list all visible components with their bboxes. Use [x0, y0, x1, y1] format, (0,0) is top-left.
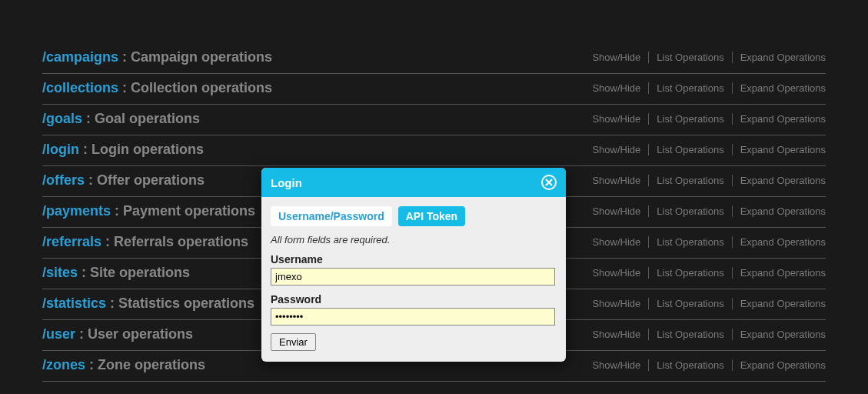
- endpoint-desc: : Offer operations: [85, 172, 205, 188]
- close-icon[interactable]: [541, 175, 557, 190]
- endpoint-actions: Show/HideList OperationsExpand Operation…: [584, 113, 826, 125]
- show-hide-link[interactable]: Show/Hide: [584, 52, 649, 63]
- show-hide-link[interactable]: Show/Hide: [584, 82, 649, 94]
- endpoint-path: /sites: [42, 265, 78, 280]
- expand-operations-link[interactable]: Expand Operations: [733, 144, 826, 155]
- endpoint-desc: : Campaign operations: [118, 49, 272, 65]
- endpoint-desc: : Zone operations: [85, 357, 205, 372]
- list-operations-link[interactable]: List Operations: [649, 298, 732, 309]
- list-operations-link[interactable]: List Operations: [649, 52, 732, 63]
- endpoint-row: /goals : Goal operationsShow/HideList Op…: [42, 105, 826, 135]
- endpoint-actions: Show/HideList OperationsExpand Operation…: [584, 298, 826, 309]
- endpoint-desc: : Statistics operations: [106, 296, 254, 311]
- endpoint-title[interactable]: /payments : Payment operations: [42, 203, 255, 219]
- endpoint-row: /collections : Collection operationsShow…: [42, 74, 826, 105]
- expand-operations-link[interactable]: Expand Operations: [733, 175, 826, 186]
- list-operations-link[interactable]: List Operations: [649, 267, 732, 279]
- endpoint-path: /offers: [42, 172, 85, 188]
- show-hide-link[interactable]: Show/Hide: [584, 205, 649, 217]
- list-operations-link[interactable]: List Operations: [649, 144, 732, 155]
- endpoint-actions: Show/HideList OperationsExpand Operation…: [584, 175, 826, 186]
- endpoint-title[interactable]: /offers : Offer operations: [42, 172, 205, 189]
- endpoint-actions: Show/HideList OperationsExpand Operation…: [584, 52, 826, 63]
- show-hide-link[interactable]: Show/Hide: [584, 329, 649, 340]
- list-operations-link[interactable]: List Operations: [649, 359, 732, 371]
- endpoint-actions: Show/HideList OperationsExpand Operation…: [584, 359, 826, 371]
- list-operations-link[interactable]: List Operations: [649, 329, 732, 340]
- endpoint-desc: : Goal operations: [82, 111, 200, 126]
- endpoint-path: /zones: [42, 357, 85, 372]
- show-hide-link[interactable]: Show/Hide: [584, 144, 649, 155]
- password-input[interactable]: [271, 308, 555, 326]
- endpoint-path: /goals: [42, 111, 82, 126]
- endpoint-path: /user: [42, 326, 75, 342]
- endpoint-path: /referrals: [42, 234, 101, 249]
- endpoint-actions: Show/HideList OperationsExpand Operation…: [584, 205, 826, 217]
- show-hide-link[interactable]: Show/Hide: [584, 359, 649, 371]
- modal-header: Login: [261, 168, 566, 197]
- endpoint-desc: : Site operations: [78, 265, 190, 280]
- expand-operations-link[interactable]: Expand Operations: [733, 205, 826, 217]
- list-operations-link[interactable]: List Operations: [649, 82, 732, 94]
- form-hint: All form fields are required.: [271, 234, 557, 245]
- password-label: Password: [271, 293, 557, 306]
- endpoint-desc: : Payment operations: [111, 203, 255, 219]
- endpoint-row: /login : Login operationsShow/HideList O…: [42, 135, 826, 166]
- modal-body: Username/Password API Token All form fie…: [261, 197, 566, 362]
- show-hide-link[interactable]: Show/Hide: [584, 175, 649, 186]
- endpoint-actions: Show/HideList OperationsExpand Operation…: [584, 329, 826, 340]
- submit-button[interactable]: Enviar: [271, 333, 316, 351]
- endpoint-title[interactable]: /goals : Goal operations: [42, 111, 200, 127]
- endpoint-path: /collections: [42, 80, 118, 95]
- endpoint-title[interactable]: /campaigns : Campaign operations: [42, 49, 272, 65]
- endpoint-path: /statistics: [42, 296, 106, 311]
- tab-api-token[interactable]: API Token: [398, 206, 465, 226]
- endpoint-actions: Show/HideList OperationsExpand Operation…: [584, 82, 826, 94]
- show-hide-link[interactable]: Show/Hide: [584, 298, 649, 309]
- endpoint-title[interactable]: /statistics : Statistics operations: [42, 296, 254, 312]
- expand-operations-link[interactable]: Expand Operations: [733, 52, 826, 63]
- list-operations-link[interactable]: List Operations: [649, 205, 732, 217]
- expand-operations-link[interactable]: Expand Operations: [733, 113, 826, 125]
- expand-operations-link[interactable]: Expand Operations: [733, 298, 826, 309]
- modal-title: Login: [271, 176, 302, 189]
- endpoint-title[interactable]: /referrals : Referrals operations: [42, 234, 248, 250]
- show-hide-link[interactable]: Show/Hide: [584, 267, 649, 279]
- endpoint-title[interactable]: /user : User operations: [42, 326, 193, 342]
- endpoint-title[interactable]: /sites : Site operations: [42, 265, 190, 281]
- tabs: Username/Password API Token: [271, 206, 557, 226]
- show-hide-link[interactable]: Show/Hide: [584, 113, 649, 125]
- endpoint-path: /campaigns: [42, 49, 118, 65]
- username-label: Username: [271, 253, 557, 265]
- endpoint-actions: Show/HideList OperationsExpand Operation…: [584, 144, 826, 155]
- endpoint-row: /campaigns : Campaign operationsShow/Hid…: [42, 43, 826, 74]
- endpoint-path: /login: [42, 142, 79, 157]
- endpoint-title[interactable]: /login : Login operations: [42, 142, 204, 158]
- endpoint-desc: : User operations: [75, 326, 193, 342]
- list-operations-link[interactable]: List Operations: [649, 113, 732, 125]
- endpoint-desc: : Collection operations: [118, 80, 272, 95]
- endpoint-actions: Show/HideList OperationsExpand Operation…: [584, 267, 826, 279]
- show-hide-link[interactable]: Show/Hide: [584, 236, 649, 248]
- endpoint-desc: : Referrals operations: [101, 234, 248, 249]
- tab-username-password[interactable]: Username/Password: [271, 206, 392, 226]
- list-operations-link[interactable]: List Operations: [649, 236, 732, 248]
- expand-operations-link[interactable]: Expand Operations: [733, 82, 826, 94]
- login-modal: Login Username/Password API Token All fo…: [261, 168, 566, 362]
- endpoint-title[interactable]: /collections : Collection operations: [42, 80, 272, 96]
- expand-operations-link[interactable]: Expand Operations: [733, 236, 826, 248]
- endpoint-title[interactable]: /zones : Zone operations: [42, 357, 205, 373]
- endpoint-desc: : Login operations: [79, 142, 204, 157]
- list-operations-link[interactable]: List Operations: [649, 175, 732, 186]
- expand-operations-link[interactable]: Expand Operations: [733, 329, 826, 340]
- endpoint-actions: Show/HideList OperationsExpand Operation…: [584, 236, 826, 248]
- expand-operations-link[interactable]: Expand Operations: [733, 267, 826, 279]
- expand-operations-link[interactable]: Expand Operations: [733, 359, 826, 371]
- endpoint-path: /payments: [42, 203, 111, 219]
- username-input[interactable]: [271, 268, 555, 285]
